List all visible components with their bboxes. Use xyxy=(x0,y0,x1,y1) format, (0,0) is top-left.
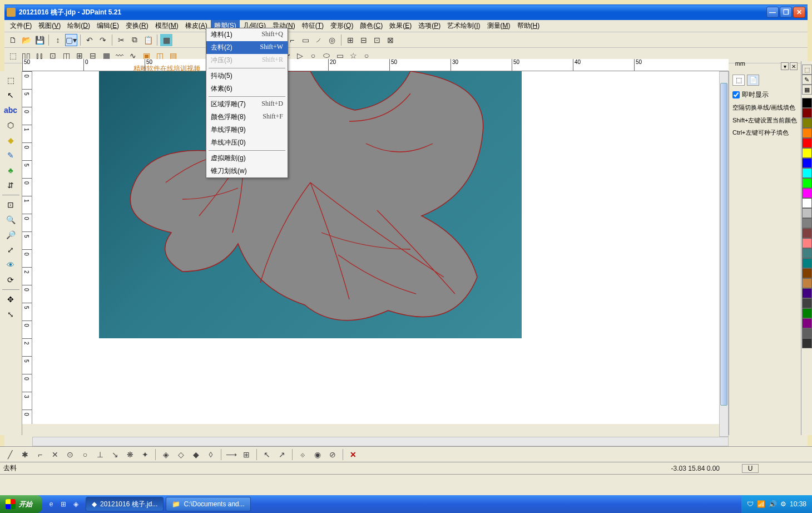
curve-tool[interactable]: ⟋ xyxy=(313,34,325,46)
color-swatch[interactable] xyxy=(802,268,812,278)
menu-测量[interactable]: 测量(M) xyxy=(484,20,514,32)
task-jdpaint[interactable]: ◆ 20121016 桃子.jd... xyxy=(86,497,164,511)
minimize-button[interactable]: — xyxy=(766,7,779,18)
color-swatch[interactable] xyxy=(802,298,812,308)
color-swatch[interactable] xyxy=(802,158,812,168)
menu-模型[interactable]: 模型(M) xyxy=(152,20,182,32)
clock[interactable]: 10:38 xyxy=(790,500,806,508)
open-button[interactable]: 📂 xyxy=(20,34,32,46)
menu-item-锥刀划线(w)[interactable]: 锥刀划线(w) xyxy=(206,165,288,177)
color-swatch[interactable] xyxy=(802,308,812,318)
bt-17[interactable]: ↖ xyxy=(260,448,274,461)
save-button[interactable]: 💾 xyxy=(33,34,46,46)
menu-item-区域浮雕(7)[interactable]: 区域浮雕(7)Shift+D xyxy=(206,98,288,111)
menu-item-去料(2)[interactable]: 去料(2)Shift+W xyxy=(206,41,288,54)
menu-item-单线浮雕(9)[interactable]: 单线浮雕(9) xyxy=(206,124,288,136)
lt-text[interactable]: abc xyxy=(2,103,19,117)
menu-变换[interactable]: 变换(R) xyxy=(122,20,152,32)
color-swatch[interactable] xyxy=(802,278,812,288)
bt-4[interactable]: ✕ xyxy=(48,448,62,461)
lt-pointer[interactable]: ↖ xyxy=(2,88,19,102)
color-swatch[interactable] xyxy=(802,138,812,148)
shape-tool[interactable]: ◎ xyxy=(326,34,338,46)
menu-item-体素(6)[interactable]: 体素(6) xyxy=(206,82,288,95)
color-tool-icon[interactable]: ▦ xyxy=(802,85,812,95)
bt-10[interactable]: ✦ xyxy=(138,448,152,461)
redo-button[interactable]: ↷ xyxy=(97,34,109,46)
copy-button[interactable]: ⧉ xyxy=(128,34,141,46)
lt-zoom-fit[interactable]: ⤢ xyxy=(2,243,19,256)
cut-button[interactable]: ✂ xyxy=(115,34,127,46)
new-button[interactable]: 🗋 xyxy=(7,34,19,46)
rtab-selection[interactable]: ⬚ xyxy=(732,75,745,86)
color-swatch[interactable] xyxy=(802,108,812,118)
menu-绘制[interactable]: 绘制(D) xyxy=(64,20,93,32)
ql-app-icon[interactable]: ◈ xyxy=(70,498,81,510)
bt-14[interactable]: ◊ xyxy=(204,448,217,461)
menu-item-颜色浮雕(8)[interactable]: 颜色浮雕(8)Shift+F xyxy=(206,111,288,124)
color-swatch[interactable] xyxy=(802,188,812,198)
panel-close[interactable]: ✕ xyxy=(790,62,798,70)
bt-8[interactable]: ↘ xyxy=(108,448,122,461)
close-button[interactable]: ✕ xyxy=(793,7,805,18)
paste-button[interactable]: 📋 xyxy=(142,34,154,46)
panel-min[interactable]: ▾ xyxy=(781,62,789,70)
system-tray[interactable]: 🛡 📶 🔊 ⚙ 10:38 xyxy=(741,495,812,513)
bt-delete[interactable]: ✕ xyxy=(346,448,360,461)
menu-item-抖动(5)[interactable]: 抖动(5) xyxy=(206,70,288,82)
color-swatch[interactable] xyxy=(802,98,812,108)
menu-效果[interactable]: 效果(E) xyxy=(386,20,415,32)
lt-pan[interactable]: ✥ xyxy=(2,293,19,306)
select-button[interactable]: ▢▾ xyxy=(65,34,77,46)
menu-item-冲压(3)[interactable]: 冲压(3)Shift+R xyxy=(206,54,288,67)
lt-brush[interactable]: ✎ xyxy=(2,149,19,162)
lt-shape[interactable]: ⬡ xyxy=(2,119,19,132)
menu-文件[interactable]: 文件(F) xyxy=(7,20,35,32)
bt-11[interactable]: ◈ xyxy=(159,448,172,461)
lt-zoom-out[interactable]: 🔎 xyxy=(2,228,19,241)
color-swatch[interactable] xyxy=(802,148,812,158)
color-swatch[interactable] xyxy=(802,258,812,268)
menu-颜色[interactable]: 颜色(C) xyxy=(357,20,386,32)
tray-icon-3[interactable]: 🔊 xyxy=(769,500,777,508)
bt-3[interactable]: ⌐ xyxy=(33,448,47,461)
bt-18[interactable]: ↗ xyxy=(275,448,289,461)
color-swatch[interactable] xyxy=(802,238,812,248)
bt-5[interactable]: ⊙ xyxy=(63,448,77,461)
bt-6[interactable]: ○ xyxy=(78,448,92,461)
color-swatch[interactable] xyxy=(802,218,812,228)
menu-帮助[interactable]: 帮助(H) xyxy=(514,20,543,32)
maximize-button[interactable]: ❐ xyxy=(780,7,792,18)
tray-icon-2[interactable]: 📶 xyxy=(757,500,765,508)
task-explorer[interactable]: 📁 C:\Documents and... xyxy=(166,497,250,511)
menu-变形[interactable]: 变形(Q) xyxy=(327,20,357,32)
arrow-button[interactable]: ↕ xyxy=(52,34,64,46)
bt-7[interactable]: ⊥ xyxy=(93,448,107,461)
lt-axis[interactable]: ⇵ xyxy=(2,179,19,192)
bt-21[interactable]: ⊘ xyxy=(326,448,339,461)
color-tool-icon[interactable]: ⬚ xyxy=(802,65,812,75)
undo-button[interactable]: ↶ xyxy=(83,34,96,46)
color-swatch[interactable] xyxy=(802,208,812,218)
menu-特征[interactable]: 特征(T) xyxy=(299,20,327,32)
rtab-properties[interactable]: 📄 xyxy=(747,75,759,86)
lt-scale[interactable]: ⤡ xyxy=(2,308,19,321)
menu-选项[interactable]: 选项(P) xyxy=(415,20,444,32)
color-swatch[interactable] xyxy=(802,328,812,338)
color-swatch[interactable] xyxy=(802,128,812,138)
group-c[interactable]: ⊡ xyxy=(371,34,383,46)
group-d[interactable]: ⊠ xyxy=(384,34,397,46)
lt-select-rect[interactable]: ⬚ xyxy=(2,73,19,87)
start-button[interactable]: 开始 xyxy=(0,495,42,513)
color-swatch[interactable] xyxy=(802,318,812,328)
s1[interactable]: ⬚ xyxy=(7,50,19,62)
lt-eye[interactable]: 👁 xyxy=(2,258,19,272)
group-b[interactable]: ⊟ xyxy=(358,34,370,46)
tray-icon-1[interactable]: 🛡 xyxy=(747,500,754,508)
bt-12[interactable]: ◇ xyxy=(174,448,187,461)
bt-2[interactable]: ✱ xyxy=(18,448,32,461)
menu-编辑[interactable]: 编辑(E) xyxy=(93,20,122,32)
bt-1[interactable]: ╱ xyxy=(3,448,17,461)
color-swatch[interactable] xyxy=(802,178,812,188)
menu-视图[interactable]: 视图(V) xyxy=(35,20,64,32)
